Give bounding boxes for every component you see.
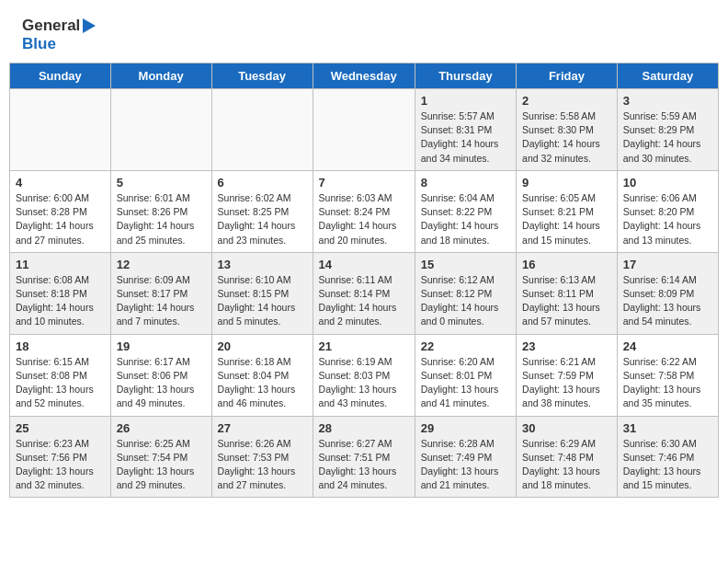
weekday-header-tuesday: Tuesday xyxy=(211,63,313,89)
day-info: Sunrise: 6:10 AM Sunset: 8:15 PM Dayligh… xyxy=(218,273,307,329)
weekday-row: SundayMondayTuesdayWednesdayThursdayFrid… xyxy=(10,63,719,89)
day-info: Sunrise: 6:17 AM Sunset: 8:06 PM Dayligh… xyxy=(117,355,206,411)
day-info: Sunrise: 6:08 AM Sunset: 8:18 PM Dayligh… xyxy=(16,273,105,329)
calendar-cell: 3Sunrise: 5:59 AM Sunset: 8:29 PM Daylig… xyxy=(617,89,718,171)
day-number: 5 xyxy=(117,176,206,190)
calendar-table: SundayMondayTuesdayWednesdayThursdayFrid… xyxy=(9,63,719,498)
calendar-cell: 30Sunrise: 6:29 AM Sunset: 7:48 PM Dayli… xyxy=(517,416,618,498)
calendar-body: 1Sunrise: 5:57 AM Sunset: 8:31 PM Daylig… xyxy=(10,89,719,498)
day-number: 24 xyxy=(623,339,712,353)
calendar-cell: 1Sunrise: 5:57 AM Sunset: 8:31 PM Daylig… xyxy=(415,89,516,171)
calendar-cell: 18Sunrise: 6:15 AM Sunset: 8:08 PM Dayli… xyxy=(10,334,111,416)
day-info: Sunrise: 6:14 AM Sunset: 8:09 PM Dayligh… xyxy=(623,273,712,329)
calendar-week-row: 11Sunrise: 6:08 AM Sunset: 8:18 PM Dayli… xyxy=(10,252,719,334)
day-info: Sunrise: 6:20 AM Sunset: 8:01 PM Dayligh… xyxy=(421,355,510,411)
calendar-cell: 23Sunrise: 6:21 AM Sunset: 7:59 PM Dayli… xyxy=(517,334,618,416)
day-number: 14 xyxy=(319,258,409,271)
calendar-cell: 22Sunrise: 6:20 AM Sunset: 8:01 PM Dayli… xyxy=(415,334,516,416)
day-number: 7 xyxy=(319,176,409,190)
calendar-cell: 10Sunrise: 6:06 AM Sunset: 8:20 PM Dayli… xyxy=(617,170,718,252)
calendar-cell xyxy=(313,89,415,171)
calendar-cell xyxy=(211,89,313,171)
day-number: 19 xyxy=(117,339,206,353)
calendar-cell: 14Sunrise: 6:11 AM Sunset: 8:14 PM Dayli… xyxy=(313,252,415,334)
day-number: 17 xyxy=(623,258,712,271)
calendar-cell: 11Sunrise: 6:08 AM Sunset: 8:18 PM Dayli… xyxy=(10,252,111,334)
calendar-cell xyxy=(110,89,211,171)
day-info: Sunrise: 6:12 AM Sunset: 8:12 PM Dayligh… xyxy=(421,273,510,329)
day-number: 6 xyxy=(218,176,307,190)
day-info: Sunrise: 6:23 AM Sunset: 7:56 PM Dayligh… xyxy=(16,437,105,493)
weekday-header-monday: Monday xyxy=(110,63,211,89)
calendar-cell: 12Sunrise: 6:09 AM Sunset: 8:17 PM Dayli… xyxy=(110,252,211,334)
day-info: Sunrise: 5:57 AM Sunset: 8:31 PM Dayligh… xyxy=(421,109,510,166)
calendar-header: SundayMondayTuesdayWednesdayThursdayFrid… xyxy=(10,63,719,89)
day-number: 25 xyxy=(16,421,105,435)
day-number: 3 xyxy=(623,94,712,108)
calendar-cell: 20Sunrise: 6:18 AM Sunset: 8:04 PM Dayli… xyxy=(211,334,313,416)
day-number: 29 xyxy=(421,421,510,435)
day-info: Sunrise: 6:13 AM Sunset: 8:11 PM Dayligh… xyxy=(522,273,611,329)
day-number: 31 xyxy=(623,421,712,435)
day-number: 22 xyxy=(421,339,510,353)
day-info: Sunrise: 6:18 AM Sunset: 8:04 PM Dayligh… xyxy=(218,355,307,411)
calendar-cell: 28Sunrise: 6:27 AM Sunset: 7:51 PM Dayli… xyxy=(313,416,415,498)
day-number: 27 xyxy=(218,421,307,435)
calendar-cell: 4Sunrise: 6:00 AM Sunset: 8:28 PM Daylig… xyxy=(10,170,111,252)
day-info: Sunrise: 6:00 AM Sunset: 8:28 PM Dayligh… xyxy=(16,191,105,247)
day-info: Sunrise: 5:59 AM Sunset: 8:29 PM Dayligh… xyxy=(623,109,712,166)
calendar-cell: 16Sunrise: 6:13 AM Sunset: 8:11 PM Dayli… xyxy=(517,252,618,334)
day-number: 28 xyxy=(319,421,409,435)
day-number: 4 xyxy=(16,176,105,190)
day-info: Sunrise: 6:05 AM Sunset: 8:21 PM Dayligh… xyxy=(522,191,611,247)
weekday-header-sunday: Sunday xyxy=(10,63,111,89)
calendar-cell: 5Sunrise: 6:01 AM Sunset: 8:26 PM Daylig… xyxy=(110,170,211,252)
day-info: Sunrise: 6:02 AM Sunset: 8:25 PM Dayligh… xyxy=(218,191,307,247)
day-info: Sunrise: 6:25 AM Sunset: 7:54 PM Dayligh… xyxy=(117,437,206,493)
logo-general-text: General xyxy=(22,17,80,35)
page-wrapper: General Blue SundayMondayTuesdayWednesda… xyxy=(0,0,728,507)
calendar-cell: 29Sunrise: 6:28 AM Sunset: 7:49 PM Dayli… xyxy=(415,416,516,498)
day-info: Sunrise: 6:21 AM Sunset: 7:59 PM Dayligh… xyxy=(522,355,611,411)
day-number: 20 xyxy=(218,339,307,353)
calendar-cell: 31Sunrise: 6:30 AM Sunset: 7:46 PM Dayli… xyxy=(617,416,718,498)
calendar-week-row: 1Sunrise: 5:57 AM Sunset: 8:31 PM Daylig… xyxy=(10,89,719,171)
logo-arrow-icon xyxy=(83,18,96,33)
calendar-cell: 21Sunrise: 6:19 AM Sunset: 8:03 PM Dayli… xyxy=(313,334,415,416)
day-number: 23 xyxy=(522,339,611,353)
calendar-wrapper: SundayMondayTuesdayWednesdayThursdayFrid… xyxy=(0,63,728,507)
calendar-cell: 13Sunrise: 6:10 AM Sunset: 8:15 PM Dayli… xyxy=(211,252,313,334)
day-number: 8 xyxy=(421,176,510,190)
day-info: Sunrise: 6:29 AM Sunset: 7:48 PM Dayligh… xyxy=(522,437,611,493)
day-number: 10 xyxy=(623,176,712,190)
day-number: 9 xyxy=(522,176,611,190)
calendar-cell: 26Sunrise: 6:25 AM Sunset: 7:54 PM Dayli… xyxy=(110,416,211,498)
day-number: 16 xyxy=(522,258,611,271)
weekday-header-thursday: Thursday xyxy=(415,63,516,89)
calendar-cell: 9Sunrise: 6:05 AM Sunset: 8:21 PM Daylig… xyxy=(517,170,618,252)
calendar-week-row: 4Sunrise: 6:00 AM Sunset: 8:28 PM Daylig… xyxy=(10,170,719,252)
calendar-cell: 24Sunrise: 6:22 AM Sunset: 7:58 PM Dayli… xyxy=(617,334,718,416)
calendar-cell: 8Sunrise: 6:04 AM Sunset: 8:22 PM Daylig… xyxy=(415,170,516,252)
day-info: Sunrise: 6:06 AM Sunset: 8:20 PM Dayligh… xyxy=(623,191,712,247)
day-number: 13 xyxy=(218,258,307,271)
calendar-cell: 17Sunrise: 6:14 AM Sunset: 8:09 PM Dayli… xyxy=(617,252,718,334)
day-info: Sunrise: 6:04 AM Sunset: 8:22 PM Dayligh… xyxy=(421,191,510,247)
day-info: Sunrise: 6:15 AM Sunset: 8:08 PM Dayligh… xyxy=(16,355,105,411)
weekday-header-wednesday: Wednesday xyxy=(313,63,415,89)
calendar-week-row: 18Sunrise: 6:15 AM Sunset: 8:08 PM Dayli… xyxy=(10,334,719,416)
day-number: 18 xyxy=(16,339,105,353)
day-info: Sunrise: 6:03 AM Sunset: 8:24 PM Dayligh… xyxy=(319,191,409,247)
weekday-header-friday: Friday xyxy=(517,63,618,89)
logo: General Blue xyxy=(22,17,96,53)
weekday-header-saturday: Saturday xyxy=(617,63,718,89)
calendar-cell: 15Sunrise: 6:12 AM Sunset: 8:12 PM Dayli… xyxy=(415,252,516,334)
calendar-cell: 2Sunrise: 5:58 AM Sunset: 8:30 PM Daylig… xyxy=(517,89,618,171)
logo-blue-text: Blue xyxy=(22,35,56,52)
calendar-cell: 7Sunrise: 6:03 AM Sunset: 8:24 PM Daylig… xyxy=(313,170,415,252)
day-info: Sunrise: 6:26 AM Sunset: 7:53 PM Dayligh… xyxy=(218,437,307,493)
day-info: Sunrise: 6:01 AM Sunset: 8:26 PM Dayligh… xyxy=(117,191,206,247)
day-info: Sunrise: 6:19 AM Sunset: 8:03 PM Dayligh… xyxy=(319,355,409,411)
day-info: Sunrise: 6:27 AM Sunset: 7:51 PM Dayligh… xyxy=(319,437,409,493)
day-info: Sunrise: 6:28 AM Sunset: 7:49 PM Dayligh… xyxy=(421,437,510,493)
